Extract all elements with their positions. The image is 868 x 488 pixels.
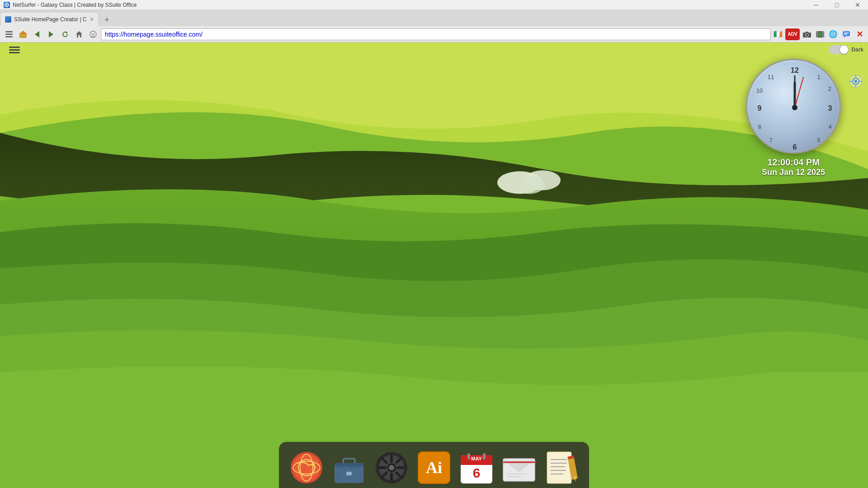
minimize-button[interactable]: ─ xyxy=(806,0,826,10)
svg-rect-37 xyxy=(855,75,856,77)
adv-icon[interactable]: ADV xyxy=(785,28,800,40)
svg-rect-3 xyxy=(5,31,13,33)
tab-bar: SSuite HomePage Creator | C ✕ + xyxy=(0,10,868,26)
svg-rect-20 xyxy=(816,32,818,33)
svg-text:3: 3 xyxy=(828,104,832,112)
svg-rect-27 xyxy=(843,31,850,36)
chat-icon[interactable] xyxy=(840,28,852,40)
svg-rect-5 xyxy=(5,36,13,38)
svg-text:6: 6 xyxy=(473,465,481,480)
svg-line-14 xyxy=(93,33,94,35)
close-x-button[interactable]: ✕ xyxy=(854,28,865,40)
right-toolbar: 🇮🇪 ADV 🌐 ✕ xyxy=(772,28,865,40)
url-bar[interactable]: https://homepage.ssuiteoffice.com/ xyxy=(101,28,771,40)
settings-icon[interactable] xyxy=(849,75,863,88)
svg-marker-8 xyxy=(35,31,39,38)
dock: Ai MAY 6 xyxy=(279,442,589,488)
svg-text:9: 9 xyxy=(758,104,762,112)
dark-mode-toggle: Dark xyxy=(829,45,863,54)
svg-marker-11 xyxy=(76,31,82,38)
home-icon-button[interactable] xyxy=(17,28,29,41)
svg-marker-7 xyxy=(19,31,27,34)
title-bar-controls: ─ □ ✕ xyxy=(806,0,868,10)
clock-widget: 12 3 6 9 1 2 4 5 7 8 10 11 12:00:04 PM S… xyxy=(746,59,841,177)
svg-text:1: 1 xyxy=(817,74,820,80)
dock-item-briefcase[interactable] xyxy=(329,447,369,488)
svg-text:10: 10 xyxy=(756,87,763,94)
svg-rect-18 xyxy=(806,32,808,33)
svg-text:5: 5 xyxy=(817,137,820,144)
film-icon[interactable] xyxy=(814,28,826,40)
browser-icon xyxy=(4,2,10,8)
svg-text:12: 12 xyxy=(791,66,799,74)
svg-text:4: 4 xyxy=(828,123,831,130)
svg-text:2: 2 xyxy=(828,85,831,92)
flag-icon[interactable]: 🇮🇪 xyxy=(772,28,784,40)
new-tab-button[interactable]: + xyxy=(101,14,113,26)
title-bar-left: NetSurfer - Galaxy Class | Created by SS… xyxy=(0,2,137,8)
svg-point-72 xyxy=(389,465,394,470)
title-bar-text: NetSurfer - Galaxy Class | Created by SS… xyxy=(13,2,137,8)
hamburger-menu[interactable] xyxy=(9,45,20,55)
svg-rect-24 xyxy=(822,33,824,35)
forward-button[interactable] xyxy=(45,28,57,41)
svg-rect-87 xyxy=(467,453,470,460)
dark-mode-switch[interactable] xyxy=(829,45,849,54)
svg-rect-6 xyxy=(19,33,27,38)
svg-marker-28 xyxy=(844,36,846,38)
nav-bar: https://homepage.ssuiteoffice.com/ 🇮🇪 AD… xyxy=(0,26,868,42)
svg-rect-88 xyxy=(483,453,486,460)
svg-rect-65 xyxy=(346,472,352,475)
svg-rect-96 xyxy=(547,452,571,483)
svg-text:8: 8 xyxy=(758,123,761,130)
clock-date: Sun Jan 12 2025 xyxy=(762,168,825,177)
svg-rect-26 xyxy=(818,32,822,37)
clock-time: 12:00:04 PM xyxy=(767,157,820,168)
desktop-background xyxy=(0,42,868,488)
dock-item-mail[interactable] xyxy=(499,447,539,488)
refresh-button[interactable] xyxy=(59,28,71,41)
svg-rect-21 xyxy=(816,33,818,35)
dark-mode-label: Dark xyxy=(851,47,863,53)
tab-label: SSuite HomePage Creator | C xyxy=(14,16,87,23)
svg-text:7: 7 xyxy=(769,137,772,144)
svg-point-56 xyxy=(792,105,797,110)
svg-rect-4 xyxy=(5,33,13,35)
svg-text:6: 6 xyxy=(793,143,797,151)
svg-rect-23 xyxy=(822,32,824,33)
camera-icon[interactable] xyxy=(801,28,813,40)
svg-rect-22 xyxy=(816,36,818,37)
svg-point-36 xyxy=(854,80,857,83)
close-button[interactable]: ✕ xyxy=(847,0,868,10)
network-icon[interactable]: 🌐 xyxy=(827,28,839,40)
svg-point-34 xyxy=(513,176,545,194)
svg-line-55 xyxy=(795,77,803,108)
tab-icon xyxy=(5,16,11,23)
svg-text:MAY: MAY xyxy=(471,456,482,461)
download-button[interactable] xyxy=(87,28,99,41)
url-text: https://homepage.ssuiteoffice.com/ xyxy=(105,31,203,38)
svg-rect-25 xyxy=(822,36,824,37)
maximize-button[interactable]: □ xyxy=(826,0,847,10)
back-button[interactable] xyxy=(31,28,43,41)
svg-rect-38 xyxy=(855,85,856,87)
svg-rect-39 xyxy=(850,81,852,82)
dock-item-browser[interactable] xyxy=(286,447,327,488)
svg-text:Ai: Ai xyxy=(426,459,442,477)
home-button[interactable] xyxy=(73,28,85,41)
dock-item-illustrator[interactable]: Ai xyxy=(414,447,454,488)
active-tab[interactable]: SSuite HomePage Creator | C ✕ xyxy=(0,12,99,26)
dock-item-calendar[interactable]: MAY 6 xyxy=(456,447,497,488)
title-bar: NetSurfer - Galaxy Class | Created by SS… xyxy=(0,0,868,10)
dock-item-notes[interactable] xyxy=(541,447,582,488)
svg-text:11: 11 xyxy=(768,74,774,80)
tab-close-icon[interactable]: ✕ xyxy=(90,16,94,23)
svg-marker-9 xyxy=(49,31,53,38)
svg-rect-64 xyxy=(335,463,363,467)
dark-mode-knob xyxy=(840,46,848,54)
dock-item-film[interactable] xyxy=(371,447,412,488)
svg-point-58 xyxy=(293,454,320,481)
clock-face: 12 3 6 9 1 2 4 5 7 8 10 11 xyxy=(746,59,841,154)
menu-button[interactable] xyxy=(3,28,15,41)
svg-rect-40 xyxy=(860,81,862,82)
